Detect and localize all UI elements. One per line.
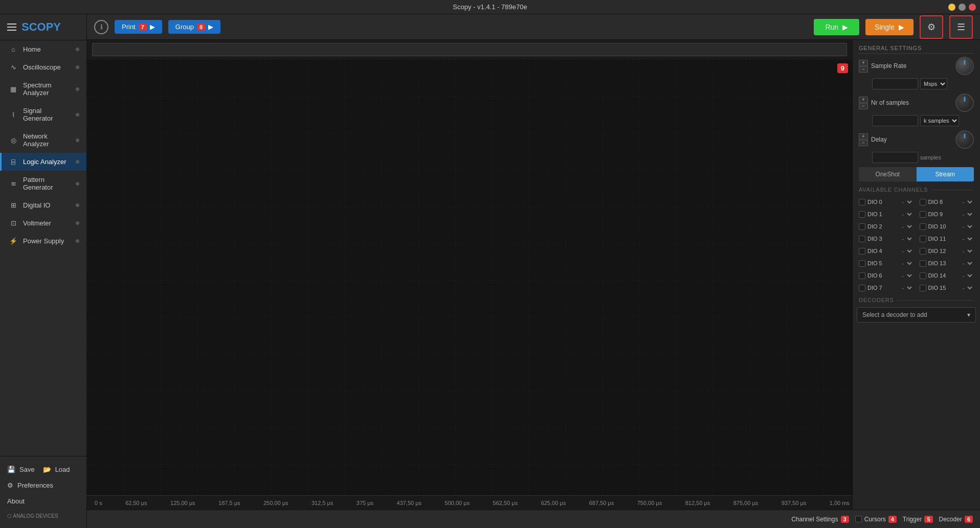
window-title: Scopy - v1.4.1 - 789e70e [453, 3, 527, 11]
channel-row-dio9: DIO 9 - [918, 209, 976, 219]
about-item[interactable]: About [0, 493, 86, 509]
ch-select-dio6[interactable]: - [899, 272, 914, 279]
ch-checkbox-dio7[interactable] [859, 285, 865, 291]
oneshot-stream-toggle: OneShot Stream [859, 167, 974, 181]
ch-checkbox-dio2[interactable] [859, 223, 865, 230]
nr-samples-plus[interactable]: + [859, 97, 868, 103]
sample-rate-unit-select[interactable]: Msps ksps sps [920, 78, 947, 89]
save-label: Save [19, 466, 35, 473]
ch-select-dio7[interactable]: - [899, 284, 914, 291]
ch-select-dio15[interactable]: - [960, 284, 974, 291]
channel-row-dio14: DIO 14 - [918, 270, 976, 281]
ch-select-dio8[interactable]: - [960, 198, 974, 205]
ch-checkbox-dio13[interactable] [920, 260, 926, 267]
plot-grid[interactable]: 9 [87, 59, 852, 495]
ch-checkbox-dio14[interactable] [920, 272, 926, 279]
ch-checkbox-dio5[interactable] [859, 260, 865, 267]
close-button[interactable] [969, 4, 976, 11]
ch-select-dio11[interactable]: - [960, 235, 974, 242]
time-label-9: 562,50 μs [493, 500, 518, 506]
decoder-item[interactable]: Decoder 6 [939, 516, 973, 523]
ch-select-dio1[interactable]: - [899, 211, 914, 218]
time-label-5: 312,5 μs [311, 500, 333, 506]
ch-checkbox-dio6[interactable] [859, 272, 865, 279]
delay-minus[interactable]: − [859, 140, 868, 146]
nr-samples-input[interactable]: 1 [872, 115, 918, 126]
delay-input[interactable]: 0 [872, 152, 918, 163]
sidebar-item-home[interactable]: ⌂ Home [0, 40, 86, 58]
sidebar-item-digital-io[interactable]: ⊞ Digital IO [0, 196, 86, 214]
single-label: Single [875, 23, 895, 31]
sample-rate-input[interactable]: 1 [872, 78, 918, 89]
decoder-select-row[interactable]: Select a decoder to add ▾ [857, 307, 976, 323]
delay-plus[interactable]: + [859, 133, 868, 140]
ch-select-dio3[interactable]: - [899, 235, 914, 242]
sample-rate-knob[interactable] [955, 57, 974, 75]
ch-select-dio4[interactable]: - [899, 247, 914, 255]
single-button[interactable]: Single ▶ [865, 19, 914, 35]
delay-knob[interactable] [955, 130, 974, 149]
sample-rate-plus[interactable]: + [859, 60, 868, 66]
ch-checkbox-dio1[interactable] [859, 211, 865, 218]
ch-select-dio5[interactable]: - [899, 260, 914, 267]
workspace: 9 0 s 62,50 μs 125,00 μs 187,5 μs 250,00… [87, 40, 980, 510]
oneshot-button[interactable]: OneShot [859, 167, 917, 181]
sidebar: SCOPY ⌂ Home ∿ Oscilloscope ▦ Spectrum A… [0, 14, 87, 528]
ch-checkbox-dio3[interactable] [859, 236, 865, 242]
sidebar-bottom: 💾 Save 📂 Load ⚙ Preferences About ⬡ ANAL… [0, 456, 86, 528]
stream-button[interactable]: Stream [917, 167, 974, 181]
ch-checkbox-dio8[interactable] [920, 199, 926, 205]
minimize-button[interactable] [948, 4, 955, 11]
sidebar-item-dot [76, 48, 79, 51]
sidebar-item-pattern-generator[interactable]: ≋ Pattern Generator [0, 171, 86, 196]
run-button[interactable]: Run ▶ [814, 19, 859, 35]
ch-select-dio12[interactable]: - [960, 247, 974, 255]
preferences-item[interactable]: ⚙ Preferences [0, 477, 86, 493]
nr-samples-knob[interactable] [955, 94, 974, 112]
print-button[interactable]: Print 7 ▶ [115, 20, 162, 34]
sample-rate-minus[interactable]: − [859, 66, 868, 73]
ch-checkbox-dio15[interactable] [920, 285, 926, 291]
sample-rate-value-row: 1 Msps ksps sps [853, 78, 980, 90]
nr-samples-pm: + − [859, 97, 868, 109]
cursors-checkbox[interactable] [855, 516, 862, 522]
info-button[interactable]: ℹ [94, 20, 108, 34]
ch-checkbox-dio11[interactable] [920, 236, 926, 242]
ch-select-dio2[interactable]: - [899, 223, 914, 230]
ch-select-dio13[interactable]: - [960, 260, 974, 267]
ch-checkbox-dio0[interactable] [859, 199, 865, 205]
channel-row-dio11: DIO 11 - [918, 234, 976, 244]
sample-rate-label: Sample Rate [871, 62, 950, 70]
sidebar-item-signal-generator[interactable]: ⌇ Signal Generator [0, 102, 86, 127]
ch-checkbox-dio4[interactable] [859, 248, 865, 255]
channel-settings-item[interactable]: Channel Settings 3 [791, 516, 849, 523]
ch-checkbox-dio9[interactable] [920, 211, 926, 218]
ch-select-dio10[interactable]: - [960, 223, 974, 230]
cursors-item[interactable]: Cursors 4 [855, 516, 897, 523]
channel-row-dio13: DIO 13 - [918, 258, 976, 268]
sidebar-item-spectrum-analyzer[interactable]: ▦ Spectrum Analyzer [0, 76, 86, 102]
ch-select-dio14[interactable]: - [960, 272, 974, 279]
save-item[interactable]: 💾 Save 📂 Load [0, 462, 86, 477]
trigger-label: Trigger [903, 516, 922, 523]
sidebar-item-power-supply[interactable]: ⚡ Power Supply [0, 232, 86, 250]
ch-label-dio5: DIO 5 [867, 260, 897, 266]
menu-button[interactable]: ☰ [949, 15, 973, 39]
hamburger-menu[interactable] [7, 24, 16, 31]
group-button[interactable]: Group 8 ▶ [168, 20, 220, 34]
sidebar-item-network-analyzer[interactable]: ◎ Network Analyzer [0, 127, 86, 153]
ch-select-dio0[interactable]: - [899, 198, 914, 205]
sidebar-item-logic-analyzer[interactable]: ⌸ Logic Analyzer [0, 153, 86, 171]
ch-select-dio9[interactable]: - [960, 211, 974, 218]
nr-samples-minus[interactable]: − [859, 103, 868, 109]
sidebar-item-voltmeter[interactable]: ⊡ Voltmeter [0, 214, 86, 232]
nr-samples-knob-container [955, 94, 974, 112]
sidebar-item-label: Spectrum Analyzer [23, 81, 71, 97]
gear-button[interactable]: ⚙ [920, 15, 943, 39]
nr-samples-unit-select[interactable]: k samples samples [920, 115, 959, 126]
ch-checkbox-dio12[interactable] [920, 248, 926, 255]
trigger-item[interactable]: Trigger 5 [903, 516, 933, 523]
restore-button[interactable] [959, 4, 966, 11]
ch-checkbox-dio10[interactable] [920, 223, 926, 230]
sidebar-item-oscilloscope[interactable]: ∿ Oscilloscope [0, 58, 86, 76]
